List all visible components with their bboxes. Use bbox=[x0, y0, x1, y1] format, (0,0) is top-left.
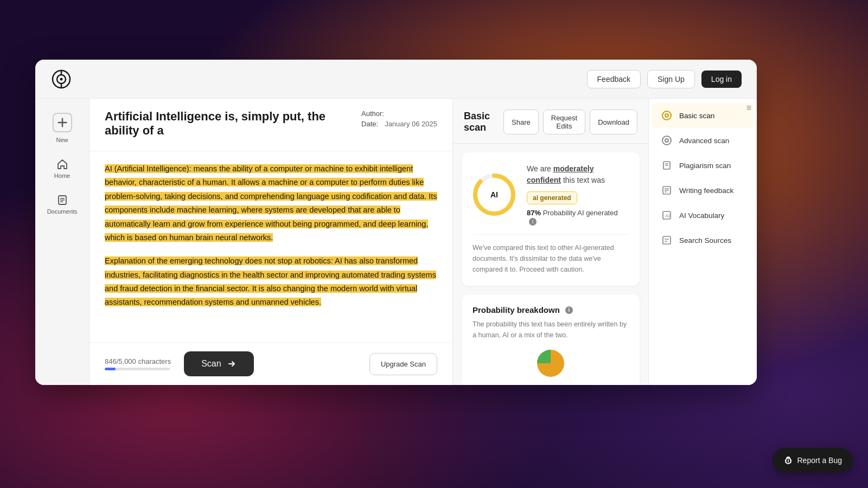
search-sources-icon bbox=[661, 234, 673, 246]
menu-item-advanced-scan[interactable]: Advanced scan bbox=[652, 128, 754, 153]
doc-footer: 846/5,000 characters Scan Upgrade Scan bbox=[90, 342, 452, 385]
paragraph-1-text: AI (Artificial Intelligence): means the … bbox=[105, 164, 437, 242]
score-description: We've compared this text to other AI-gen… bbox=[473, 234, 629, 275]
svg-point-16 bbox=[662, 136, 671, 145]
sidebar-item-home[interactable]: Home bbox=[41, 153, 84, 184]
date-row: Date: January 06 2025 bbox=[361, 120, 437, 128]
scan-button[interactable]: Scan bbox=[184, 351, 253, 376]
probability-label: Probability AI generated bbox=[543, 209, 618, 217]
menu-plagiarism-scan-label: Plagiarism scan bbox=[679, 162, 731, 170]
sidebar-home-label: Home bbox=[54, 172, 70, 179]
menu-item-writing-feedback[interactable]: Writing feedback bbox=[652, 178, 754, 203]
breakdown-card: Probability breakdown i The probability … bbox=[462, 294, 640, 385]
score-text: We are moderately confident this text wa… bbox=[527, 163, 629, 226]
confidence-pre: We are bbox=[527, 164, 553, 173]
progress-fill bbox=[105, 368, 116, 370]
menu-item-plagiarism-scan[interactable]: Plagiarism scan bbox=[652, 153, 754, 178]
results-header: Basic scan Share Request Edits Download bbox=[453, 99, 648, 144]
top-bar-actions: Feedback Sign Up Log in bbox=[587, 70, 742, 88]
date-value: January 06 2025 bbox=[385, 120, 437, 128]
char-count: 846/5,000 characters bbox=[105, 357, 171, 365]
menu-panel: ≡ Basic scan Advanced scan bbox=[648, 99, 757, 385]
score-main: AI We are moderately confident this text… bbox=[473, 163, 629, 226]
breakdown-chart bbox=[534, 347, 567, 380]
donut-chart: AI bbox=[473, 173, 516, 216]
author-label: Author: bbox=[361, 110, 384, 118]
menu-item-search-sources[interactable]: Search Sources bbox=[652, 228, 754, 253]
document-panel: Artificial Intelligence is, simply put, … bbox=[90, 99, 453, 385]
arrow-right-icon bbox=[227, 359, 237, 369]
paragraph-2: Explanation of the emerging technology d… bbox=[105, 254, 437, 310]
score-card: AI We are moderately confident this text… bbox=[462, 152, 640, 286]
share-button[interactable]: Share bbox=[503, 110, 539, 134]
results-actions: Share Request Edits Download bbox=[503, 110, 637, 134]
doc-header: Artificial Intelligence is, simply put, … bbox=[90, 99, 452, 151]
writing-icon bbox=[661, 184, 673, 196]
menu-writing-feedback-label: Writing feedback bbox=[679, 187, 733, 195]
results-title: Basic scan bbox=[464, 111, 503, 133]
svg-text:AI: AI bbox=[665, 213, 670, 219]
author-row: Author: bbox=[361, 110, 437, 118]
vocabulary-icon: AI bbox=[661, 209, 673, 221]
probability-row: 87% Probability AI generated i bbox=[527, 209, 629, 226]
content-area: Artificial Intelligence is, simply put, … bbox=[90, 99, 757, 385]
download-button[interactable]: Download bbox=[590, 110, 637, 134]
signup-button[interactable]: Sign Up bbox=[647, 70, 695, 88]
svg-line-34 bbox=[785, 462, 787, 463]
breakdown-desc: The probability this text has been entir… bbox=[473, 319, 629, 341]
report-bug-label: Report a Bug bbox=[797, 456, 843, 465]
sidebar-item-documents[interactable]: Documents bbox=[41, 189, 84, 220]
sidebar-new-label: New bbox=[56, 137, 68, 143]
logo bbox=[50, 68, 72, 90]
svg-point-17 bbox=[665, 139, 668, 142]
login-button[interactable]: Log in bbox=[701, 70, 742, 88]
menu-basic-scan-label: Basic scan bbox=[679, 112, 714, 120]
probability-value: 87% bbox=[527, 209, 541, 217]
request-edits-button[interactable]: Request Edits bbox=[543, 110, 585, 134]
svg-rect-27 bbox=[663, 236, 671, 244]
info-icon[interactable]: i bbox=[529, 218, 537, 226]
results-body: AI We are moderately confident this text… bbox=[453, 144, 648, 385]
scan-icon bbox=[661, 110, 673, 121]
scan-label: Scan bbox=[201, 359, 221, 369]
collapse-button[interactable]: ≡ bbox=[746, 103, 751, 113]
advanced-icon bbox=[661, 134, 673, 146]
confidence-post: this text was bbox=[561, 176, 605, 184]
paragraph-1: AI (Artificial Intelligence): means the … bbox=[105, 162, 437, 245]
top-bar: Feedback Sign Up Log in bbox=[35, 60, 757, 99]
doc-body: AI (Artificial Intelligence): means the … bbox=[90, 151, 452, 342]
date-label: Date: bbox=[361, 120, 378, 128]
doc-meta: Artificial Intelligence is, simply put, … bbox=[105, 110, 437, 138]
results-panel: Basic scan Share Request Edits Download bbox=[453, 99, 648, 385]
bug-icon bbox=[783, 455, 793, 465]
ai-badge: ai generated bbox=[527, 191, 577, 204]
donut-label: AI bbox=[490, 190, 498, 199]
sidebar-documents-label: Documents bbox=[47, 208, 78, 215]
report-bug-button[interactable]: Report a Bug bbox=[773, 448, 853, 473]
app-container: Feedback Sign Up Log in New Home bbox=[35, 60, 757, 385]
new-icon bbox=[53, 113, 72, 132]
upgrade-scan-button[interactable]: Upgrade Scan bbox=[369, 353, 437, 375]
confidence-text: We are moderately confident this text wa… bbox=[527, 163, 629, 186]
sidebar-item-new[interactable]: New bbox=[41, 107, 84, 149]
sidebar: New Home Documents bbox=[35, 99, 90, 385]
svg-line-35 bbox=[790, 462, 792, 463]
char-info: 846/5,000 characters bbox=[105, 357, 171, 370]
svg-point-2 bbox=[60, 78, 63, 80]
menu-item-ai-vocabulary[interactable]: AI AI Vocabulary bbox=[652, 203, 754, 228]
documents-icon bbox=[56, 194, 68, 206]
svg-point-15 bbox=[665, 114, 668, 117]
feedback-button[interactable]: Feedback bbox=[587, 70, 641, 88]
doc-info: Author: Date: January 06 2025 bbox=[361, 110, 437, 128]
doc-title: Artificial Intelligence is, simply put, … bbox=[105, 110, 335, 138]
menu-advanced-scan-label: Advanced scan bbox=[679, 137, 729, 145]
breakdown-info-icon[interactable]: i bbox=[565, 306, 573, 314]
breakdown-title-text: Probability breakdown bbox=[473, 305, 560, 314]
menu-item-basic-scan[interactable]: Basic scan bbox=[652, 103, 754, 128]
home-icon bbox=[56, 158, 68, 170]
main-layout: New Home Documents bbox=[35, 99, 757, 385]
breakdown-title: Probability breakdown i bbox=[473, 305, 629, 314]
plagiarism-icon bbox=[661, 159, 673, 171]
menu-search-sources-label: Search Sources bbox=[679, 236, 731, 245]
paragraph-2-text: Explanation of the emerging technology d… bbox=[105, 256, 436, 306]
